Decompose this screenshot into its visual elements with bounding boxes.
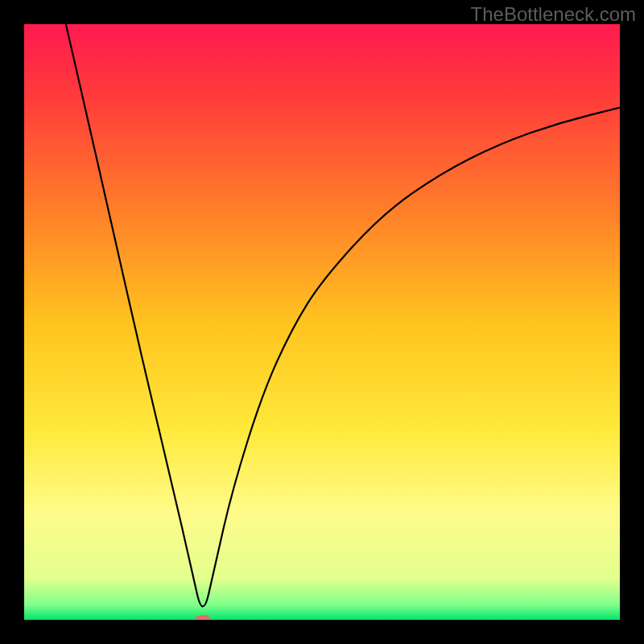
gradient-background — [24, 24, 620, 620]
bottleneck-chart — [24, 24, 620, 620]
watermark-text: TheBottleneck.com — [471, 3, 636, 26]
chart-frame: TheBottleneck.com — [0, 0, 644, 644]
